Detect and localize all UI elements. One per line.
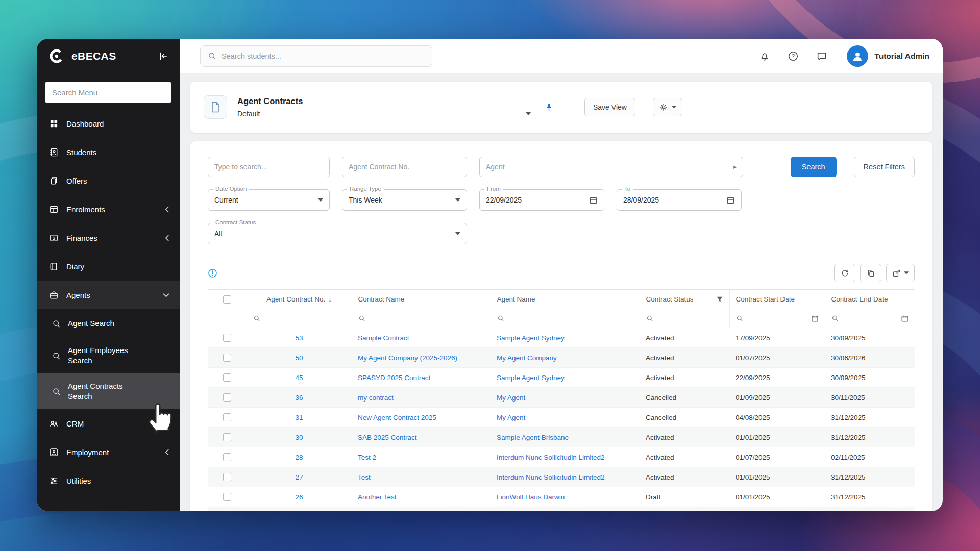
contract-name-link[interactable]: SAB 2025 Contract <box>358 434 417 441</box>
help-icon[interactable]: ? <box>787 49 800 63</box>
from-date-field[interactable]: From 22/09/2025 <box>479 189 604 211</box>
sidebar-item-employment[interactable]: Employment <box>37 438 180 466</box>
save-view-button[interactable]: Save View <box>584 98 635 116</box>
agent-name-link[interactable]: My Agent <box>497 414 525 421</box>
sidebar-item-crm[interactable]: CRM <box>37 409 180 438</box>
table-row[interactable]: 30 SAB 2025 Contract Sample Agent Brisba… <box>208 428 915 447</box>
range-type-select[interactable]: Range Type This Week <box>342 189 467 211</box>
row-checkbox[interactable] <box>223 433 231 441</box>
utilities-icon <box>49 476 59 486</box>
filter-cell-agent-name[interactable] <box>491 309 640 328</box>
contract-no-link[interactable]: 31 <box>295 414 303 421</box>
table-row[interactable]: 28 Test 2 Interdum Nunc Sollicitudin Lim… <box>208 447 915 467</box>
table-row[interactable]: 27 Test Interdum Nunc Sollicitudin Limit… <box>208 467 915 487</box>
column-header-agent-name[interactable]: Agent Name <box>491 290 640 309</box>
sidebar-item-utilities[interactable]: Utilities <box>37 466 180 495</box>
user-menu[interactable]: Tutorial Admin <box>847 45 929 67</box>
column-header-contract-name[interactable]: Contract Name <box>352 290 491 309</box>
keyword-search-input[interactable] <box>208 157 330 177</box>
view-select[interactable]: Default <box>237 110 531 118</box>
agent-name-link[interactable]: Interdum Nunc Sollicitudin Limited2 <box>497 454 605 461</box>
sidebar-item-agent-contracts-search[interactable]: Agent Contracts Search <box>37 373 180 409</box>
agent-name-link[interactable]: Sample Agent Brisbane <box>497 434 569 441</box>
row-checkbox[interactable] <box>223 493 231 501</box>
to-date-field[interactable]: To 28/09/2025 <box>617 189 742 211</box>
chat-icon[interactable] <box>815 49 828 63</box>
notifications-bell-icon[interactable] <box>758 49 771 63</box>
contract-no-link[interactable]: 53 <box>295 334 303 342</box>
column-header-contract-status[interactable]: Contract Status <box>640 290 729 309</box>
agent-name-link[interactable]: LionWolf Haus Darwin <box>497 493 565 501</box>
row-checkbox[interactable] <box>223 413 231 421</box>
student-search-input[interactable] <box>222 52 425 60</box>
menu-search-input[interactable] <box>45 82 172 103</box>
table-row[interactable]: 53 Sample Contract Sample Agent Sydney A… <box>208 328 915 348</box>
contract-name-link[interactable]: New Agent Contract 2025 <box>358 414 436 421</box>
table-row[interactable]: 50 My Agent Company (2025-2026) My Agent… <box>208 348 915 368</box>
agent-name-link[interactable]: My Agent <box>497 394 525 402</box>
contract-name-link[interactable]: SPASYD 2025 Contract <box>358 374 430 382</box>
sidebar-item-finances[interactable]: $ Finances <box>37 223 180 252</box>
table-row[interactable]: 31 New Agent Contract 2025 My Agent Canc… <box>208 408 915 428</box>
row-checkbox[interactable] <box>223 393 231 402</box>
reset-filters-button[interactable]: Reset Filters <box>854 157 915 177</box>
row-checkbox[interactable] <box>223 473 231 481</box>
sidebar-item-agents[interactable]: Agents <box>37 281 180 309</box>
contract-no-input[interactable] <box>342 157 467 177</box>
date-option-select[interactable]: Date Option Current <box>208 189 330 211</box>
table-row[interactable]: 36 my contract My Agent Cancelled 01/09/… <box>208 388 915 408</box>
contract-no-link[interactable]: 30 <box>295 434 303 441</box>
agent-select[interactable]: Agent ▸ <box>479 157 743 177</box>
view-settings-button[interactable] <box>653 98 682 116</box>
table-row[interactable]: 45 SPASYD 2025 Contract Sample Agent Syd… <box>208 368 915 388</box>
sidebar-collapse-icon[interactable] <box>156 49 170 63</box>
sidebar-item-enrolments[interactable]: Enrolments <box>37 195 180 223</box>
sidebar-item-diary[interactable]: Diary <box>37 252 180 281</box>
contract-no-link[interactable]: 36 <box>295 394 303 402</box>
sidebar-item-offers[interactable]: Offers <box>37 166 180 195</box>
sidebar-item-agent-employees-search[interactable]: Agent Employees Search <box>37 338 180 373</box>
contract-name-link[interactable]: Test 2 <box>358 454 376 461</box>
filter-cell-start-date[interactable] <box>729 309 825 328</box>
row-checkbox[interactable] <box>223 373 231 382</box>
agent-name-link[interactable]: My Agent Company <box>497 354 557 362</box>
contract-no-link[interactable]: 27 <box>295 473 303 481</box>
contract-name-link[interactable]: Sample Contract <box>358 334 409 342</box>
agent-name-link[interactable]: Sample Agent Sydney <box>497 374 565 382</box>
row-checkbox[interactable] <box>223 354 231 362</box>
contract-name-link[interactable]: my contract <box>358 394 394 402</box>
filter-funnel-icon[interactable] <box>716 296 723 303</box>
sidebar-item-students[interactable]: Students <box>37 138 180 166</box>
pin-view-icon[interactable] <box>544 103 554 112</box>
copy-button[interactable] <box>860 264 881 282</box>
export-button[interactable] <box>886 264 915 282</box>
table-row[interactable]: 26 Another Test LionWolf Haus Darwin Dra… <box>208 487 915 507</box>
sidebar-item-agent-search[interactable]: Agent Search <box>37 309 180 338</box>
select-all-checkbox[interactable] <box>223 295 231 304</box>
contract-name-link[interactable]: Test <box>358 473 371 481</box>
column-header-start-date[interactable]: Contract Start Date <box>729 290 825 309</box>
contract-name-link[interactable]: My Agent Company (2025-2026) <box>358 354 457 362</box>
refresh-button[interactable] <box>834 264 855 282</box>
agent-name-link[interactable]: Interdum Nunc Sollicitudin Limited2 <box>497 473 605 481</box>
sidebar-item-dashboard[interactable]: Dashboard <box>37 109 180 138</box>
contract-no-link[interactable]: 45 <box>295 374 303 382</box>
row-checkbox[interactable] <box>223 453 231 461</box>
filter-cell-contract-no[interactable] <box>247 309 352 328</box>
contract-name-link[interactable]: Another Test <box>358 493 397 501</box>
contract-no-link[interactable]: 50 <box>295 354 303 362</box>
info-icon[interactable] <box>208 268 217 278</box>
row-checkbox[interactable] <box>223 334 231 342</box>
contract-no-link[interactable]: 26 <box>295 493 303 501</box>
contract-status-cell: Cancelled <box>640 408 729 428</box>
filter-cell-contract-name[interactable] <box>352 309 491 328</box>
search-button[interactable]: Search <box>791 157 837 177</box>
column-header-end-date[interactable]: Contract End Date <box>825 290 915 309</box>
column-header-contract-no[interactable]: Agent Contract No.↓ <box>247 290 352 309</box>
agent-name-link[interactable]: Sample Agent Sydney <box>497 334 565 342</box>
contract-no-link[interactable]: 28 <box>295 454 303 461</box>
filter-cell-end-date[interactable] <box>825 309 915 328</box>
contract-status-select[interactable]: Contract Status All <box>208 223 467 244</box>
filter-cell-status[interactable] <box>640 309 729 328</box>
table-row[interactable]: 23 Test 3 Justin PG Draft 01/01/2025 31/… <box>208 507 915 512</box>
